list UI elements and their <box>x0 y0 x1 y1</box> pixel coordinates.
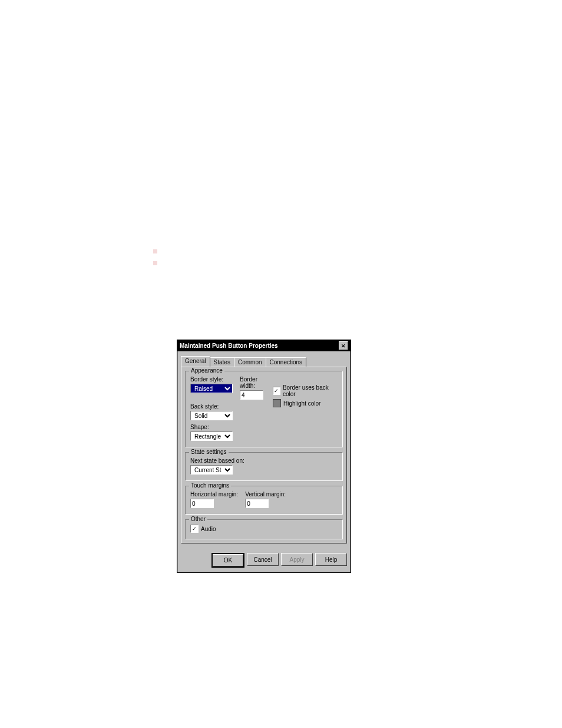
ok-button[interactable]: OK <box>211 553 244 568</box>
tab-strip: General States Common Connections <box>181 356 347 367</box>
cancel-button[interactable]: Cancel <box>247 553 279 566</box>
border-width-label: Border width: <box>240 376 266 389</box>
tab-states[interactable]: States <box>210 357 234 367</box>
back-style-select[interactable]: Solid <box>190 411 233 420</box>
group-touch-margins: Touch margins Horizontal margin: Vertica… <box>185 486 343 515</box>
group-state-settings: State settings Next state based on: Curr… <box>185 452 343 481</box>
vertical-margin-input[interactable] <box>245 499 269 508</box>
audio-label: Audio <box>201 526 216 532</box>
bullet-item <box>153 259 448 265</box>
border-style-select[interactable]: Raised <box>190 384 233 393</box>
horizontal-margin-input[interactable] <box>190 499 214 508</box>
tab-connections[interactable]: Connections <box>266 357 307 367</box>
bullet-icon <box>153 261 157 265</box>
dialog-titlebar[interactable]: Maintained Push Button Properties ✕ <box>177 340 351 351</box>
dialog-body: General States Common Connections Appear… <box>177 351 351 549</box>
border-style-label: Border style: <box>190 376 233 383</box>
dialog-title: Maintained Push Button Properties <box>180 342 278 349</box>
group-label: Other <box>189 516 207 522</box>
back-style-label: Back style: <box>190 403 266 410</box>
shape-label: Shape: <box>190 424 266 430</box>
vertical-margin-label: Vertical margin: <box>245 491 286 498</box>
tab-common[interactable]: Common <box>234 357 266 367</box>
apply-button[interactable]: Apply <box>281 553 313 566</box>
next-state-select[interactable]: Current State <box>190 465 233 475</box>
help-button[interactable]: Help <box>315 553 347 566</box>
audio-checkbox[interactable]: ✓ Audio <box>190 525 338 533</box>
tab-panel-general: Appearance Border style: Raised Border <box>181 367 347 543</box>
group-label: Touch margins <box>189 482 231 489</box>
checkbox-icon: ✓ <box>273 387 280 395</box>
next-state-label: Next state based on: <box>190 457 338 464</box>
border-width-input[interactable] <box>240 390 263 400</box>
border-uses-back-checkbox[interactable]: ✓ Border uses back color <box>273 384 338 397</box>
group-label: State settings <box>189 449 229 455</box>
group-other: Other ✓ Audio <box>185 519 343 539</box>
checkbox-icon: ✓ <box>190 525 199 533</box>
tab-general[interactable]: General <box>181 356 210 367</box>
highlight-color-label: Highlight color <box>283 400 320 407</box>
bullet-item <box>153 248 448 253</box>
border-uses-back-label: Border uses back color <box>283 384 338 397</box>
shape-select[interactable]: Rectangle <box>190 431 233 441</box>
properties-dialog: Maintained Push Button Properties ✕ Gene… <box>177 340 351 573</box>
color-swatch-icon <box>273 399 281 407</box>
bullet-icon <box>153 249 157 253</box>
dialog-button-row: OK Cancel Apply Help <box>177 549 351 572</box>
highlight-color-button[interactable]: Highlight color <box>273 399 338 407</box>
close-icon[interactable]: ✕ <box>339 341 348 350</box>
background-document-fragment <box>153 248 448 271</box>
group-label: Appearance <box>189 367 224 374</box>
group-appearance: Appearance Border style: Raised Border <box>185 371 343 447</box>
horizontal-margin-label: Horizontal margin: <box>190 491 238 498</box>
